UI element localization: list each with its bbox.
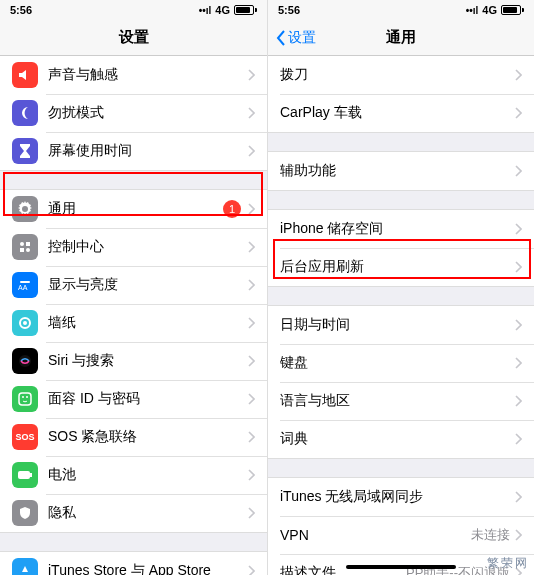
chevron-right-icon [247,317,255,329]
svg-point-3 [26,248,30,252]
settings-row-sos[interactable]: SOSSOS 紧急联络 [0,418,267,456]
chevron-right-icon [514,433,522,445]
settings-row-control[interactable]: 控制中心 [0,228,267,266]
general-row[interactable]: 拨刀 [268,56,534,94]
settings-row-appstore[interactable]: iTunes Store 与 App Store [0,552,267,575]
svg-rect-4 [20,281,30,283]
svg-rect-9 [19,393,31,405]
svg-point-7 [23,321,27,325]
moon-icon [12,100,38,126]
status-time: 5:56 [10,4,32,16]
settings-row-faceid[interactable]: 面容 ID 与密码 [0,380,267,418]
svg-rect-2 [20,248,24,252]
general-row[interactable]: VPN未连接 [268,516,534,554]
chevron-right-icon [247,279,255,291]
row-label: 面容 ID 与密码 [48,390,247,408]
settings-row-battery[interactable]: 电池 [0,456,267,494]
control-icon [12,234,38,260]
settings-row-display[interactable]: AA显示与亮度 [0,266,267,304]
network-label: 4G [215,4,230,16]
row-label: 键盘 [280,354,514,372]
svg-rect-13 [30,473,32,477]
svg-point-0 [20,242,24,246]
chevron-right-icon [514,357,522,369]
general-list[interactable]: 拨刀CarPlay 车载辅助功能iPhone 储存空间后台应用刷新日期与时间键盘… [268,56,534,575]
general-row[interactable]: 语言与地区 [268,382,534,420]
settings-screen: 5:56 ••ıl 4G 设置 声音与触感勿扰模式屏幕使用时间通用1控制中心AA… [0,0,267,575]
chevron-right-icon [247,469,255,481]
chevron-right-icon [247,565,255,575]
notification-badge: 1 [223,200,241,218]
row-label: 隐私 [48,504,247,522]
chevron-right-icon [514,223,522,235]
row-label: 通用 [48,200,223,218]
settings-list[interactable]: 声音与触感勿扰模式屏幕使用时间通用1控制中心AA显示与亮度墙纸Siri 与搜索面… [0,56,267,575]
row-label: 词典 [280,430,514,448]
settings-row-gear[interactable]: 通用1 [0,190,267,228]
back-label: 设置 [288,29,316,47]
general-row[interactable]: 词典 [268,420,534,458]
general-row[interactable]: 键盘 [268,344,534,382]
chevron-right-icon [247,393,255,405]
settings-row-hourglass[interactable]: 屏幕使用时间 [0,132,267,170]
navbar: 设置 通用 [268,20,534,56]
row-label: 显示与亮度 [48,276,247,294]
row-label: 勿扰模式 [48,104,247,122]
row-label: 声音与触感 [48,66,247,84]
general-screen: 5:56 ••ıl 4G 设置 通用 拨刀CarPlay 车载辅助功能iPhon… [267,0,534,575]
general-row[interactable]: 日期与时间 [268,306,534,344]
back-button[interactable]: 设置 [276,29,316,47]
chevron-right-icon [514,69,522,81]
page-title: 设置 [119,28,149,47]
general-row[interactable]: 辅助功能 [268,152,534,190]
general-row[interactable]: iPhone 储存空间 [268,210,534,248]
settings-row-sound[interactable]: 声音与触感 [0,56,267,94]
home-indicator[interactable] [346,565,456,569]
settings-row-moon[interactable]: 勿扰模式 [0,94,267,132]
network-label: 4G [482,4,497,16]
chevron-right-icon [247,241,255,253]
battery-icon [12,462,38,488]
row-label: 拨刀 [280,66,514,84]
chevron-right-icon [514,319,522,331]
chevron-right-icon [247,355,255,367]
chevron-right-icon [247,145,255,157]
battery-icon [234,5,257,15]
general-row[interactable]: CarPlay 车载 [268,94,534,132]
row-label: 电池 [48,466,247,484]
signal-icon: ••ıl [199,5,212,16]
chevron-right-icon [247,203,255,215]
settings-row-siri[interactable]: Siri 与搜索 [0,342,267,380]
row-label: iPhone 储存空间 [280,220,514,238]
general-row[interactable]: 后台应用刷新 [268,248,534,286]
sos-icon: SOS [12,424,38,450]
general-row[interactable]: iTunes 无线局域网同步 [268,478,534,516]
navbar: 设置 [0,20,267,56]
row-label: 墙纸 [48,314,247,332]
row-label: iTunes Store 与 App Store [48,562,247,575]
settings-row-wallpaper[interactable]: 墙纸 [0,304,267,342]
chevron-right-icon [514,395,522,407]
status-bar: 5:56 ••ıl 4G [0,0,267,20]
row-label: 辅助功能 [280,162,514,180]
signal-icon: ••ıl [466,5,479,16]
chevron-right-icon [514,261,522,273]
siri-icon [12,348,38,374]
svg-text:AA: AA [18,284,28,291]
display-icon: AA [12,272,38,298]
chevron-right-icon [514,107,522,119]
row-label: Siri 与搜索 [48,352,247,370]
svg-point-11 [26,396,28,398]
settings-row-privacy[interactable]: 隐私 [0,494,267,532]
row-label: 后台应用刷新 [280,258,514,276]
svg-point-8 [19,355,31,367]
row-label: iTunes 无线局域网同步 [280,488,514,506]
chevron-right-icon [247,69,255,81]
row-detail: 未连接 [471,526,510,544]
gear-icon [12,196,38,222]
row-label: 控制中心 [48,238,247,256]
chevron-left-icon [276,30,286,46]
svg-rect-12 [18,471,30,479]
wallpaper-icon [12,310,38,336]
privacy-icon [12,500,38,526]
